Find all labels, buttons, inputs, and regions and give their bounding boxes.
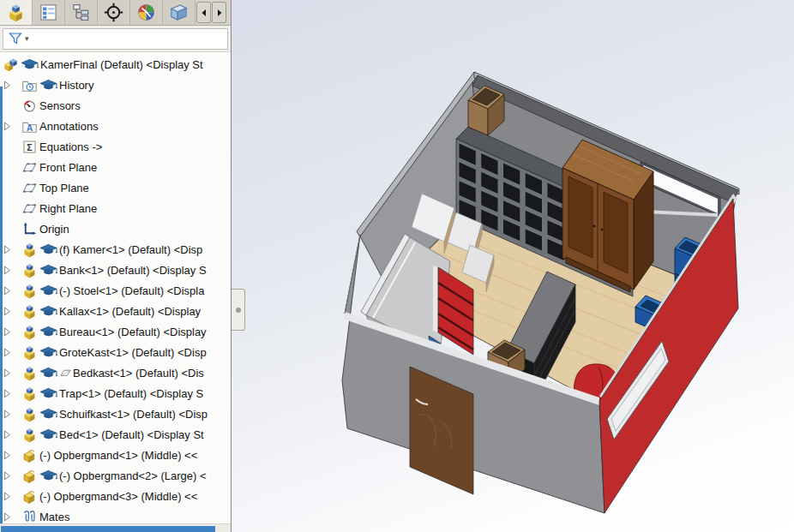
expand-arrow-slot[interactable] [2, 245, 13, 254]
tree-item-opbergmand-1-middle[interactable]: (-) Opbergmand<1> (Middle) << [0, 445, 231, 465]
tree-item-bureau-1-default-display[interactable]: Bureau<1> (Default) <Display [0, 321, 231, 342]
expand-arrow-icon[interactable] [3, 492, 11, 501]
expand-arrow-icon[interactable] [3, 430, 11, 439]
tree-item-label: Right Plane [39, 202, 97, 215]
scroll-tabs-left-button[interactable] [196, 2, 211, 23]
tree-item-sensors[interactable]: Sensors [0, 95, 231, 116]
tree-item-label: KamerFinal (Default) <Display St [40, 58, 203, 71]
tree-item-kamerfinal-default-display-st[interactable]: KamerFinal (Default) <Display St [0, 54, 231, 75]
tree-item-bed-1-default-display-st[interactable]: Bed<1> (Default) <Display St [0, 424, 231, 445]
tree-item-right-plane[interactable]: Right Plane [0, 198, 231, 218]
expand-arrow-icon[interactable] [3, 368, 11, 378]
tree-item-label: Front Plane [39, 161, 97, 174]
sensors-icon [21, 98, 38, 114]
tree-item-grotekast-1-default-disp[interactable]: GroteKast<1> (Default) <Disp [0, 342, 231, 362]
filter-dropdown-caret[interactable]: ▾ [25, 35, 29, 43]
part-icon [21, 427, 38, 443]
expand-arrow-icon[interactable] [3, 389, 11, 398]
featuremanager-panel: ▾ KamerFinal (Default) <Display StHistor… [0, 0, 232, 532]
tree-item-label: Bed<1> (Default) <Display St [59, 428, 204, 441]
expand-arrow-slot[interactable] [2, 389, 13, 398]
tree-filter-input[interactable]: ▾ [3, 28, 228, 50]
arrow-right-icon [214, 8, 225, 18]
tree-item-label: Top Plane [39, 182, 89, 194]
panel-left-scroll-edge[interactable] [0, 87, 3, 523]
arrow-left-icon [199, 8, 209, 18]
expand-arrow-icon[interactable] [3, 451, 11, 460]
configurationmanager-tab[interactable] [65, 0, 98, 25]
graphics-viewport[interactable] [232, 0, 794, 532]
tree-item-bank-1-default-display-s[interactable]: Bank<1> (Default) <Display S [0, 260, 231, 280]
expand-arrow-slot[interactable] [2, 307, 13, 316]
displaymanager-tab[interactable] [130, 0, 163, 25]
tree-item-label: Mates [39, 511, 69, 523]
expand-arrow-slot[interactable] [2, 430, 13, 439]
scroll-tabs-right-button[interactable] [212, 2, 226, 23]
expand-arrow-slot[interactable] [2, 81, 13, 90]
featuremanager-icon [6, 3, 26, 22]
mates-icon [21, 509, 38, 524]
expand-arrow-slot[interactable] [2, 286, 13, 296]
scrollbar-thumb[interactable] [1, 526, 215, 532]
expand-arrow-slot[interactable] [2, 492, 13, 501]
expand-arrow-icon[interactable] [3, 348, 11, 357]
expand-arrow-icon[interactable] [3, 409, 11, 419]
expand-arrow-slot[interactable] [2, 368, 13, 378]
part-icon [21, 242, 38, 258]
expand-arrow-slot[interactable] [2, 409, 13, 419]
expand-arrow-slot[interactable] [2, 451, 13, 460]
tree-item-label: (-) Opbergmand<3> (Middle) << [39, 490, 197, 503]
expand-arrow-icon[interactable] [3, 471, 11, 481]
tree-item-history[interactable]: History [0, 75, 231, 95]
tree-item-label: Schuifkast<1> (Default) <Disp [59, 408, 208, 421]
education-cap-icon [39, 469, 57, 483]
tree-item-stoel-1-default-displa[interactable]: (-) Stoel<1> (Default) <Displa [0, 280, 231, 301]
propertymanager-tab[interactable] [33, 0, 65, 25]
tree-item-origin[interactable]: Origin [0, 218, 231, 239]
tree-item-label: (-) Stoel<1> (Default) <Displa [59, 284, 204, 297]
education-cap-icon [39, 345, 57, 360]
education-cap-icon [39, 242, 57, 257]
tree-item-annotations[interactable]: Annotations [0, 116, 231, 136]
tree-item-equations[interactable]: Equations -> [0, 136, 231, 157]
panel-splitter-handle[interactable] [232, 289, 245, 331]
expand-arrow-slot[interactable] [2, 327, 13, 337]
dimxpertmanager-tab[interactable] [98, 0, 130, 25]
expand-arrow-slot[interactable] [2, 512, 13, 522]
expand-arrow-icon[interactable] [3, 286, 11, 296]
tree-item-trap-1-default-display-s[interactable]: Trap<1> (Default) <Display S [0, 383, 231, 403]
part-icon [21, 386, 38, 402]
expand-arrow-slot[interactable] [2, 266, 13, 275]
featuremanager-design-tree-tab[interactable] [0, 0, 33, 25]
solidworks-window: ▾ KamerFinal (Default) <Display StHistor… [0, 0, 794, 532]
expand-arrow-icon[interactable] [3, 81, 11, 90]
expand-arrow-slot[interactable] [2, 122, 13, 131]
expand-arrow-icon[interactable] [3, 307, 11, 316]
tree-item-f-kamer-1-default-disp[interactable]: (f) Kamer<1> (Default) <Disp [0, 239, 231, 260]
expand-arrow-slot[interactable] [2, 348, 13, 357]
tree-item-label: Bank<1> (Default) <Display S [59, 264, 207, 277]
tree-item-kallax-1-default-display[interactable]: Kallax<1> (Default) <Display [0, 301, 231, 321]
tree-item-mates[interactable]: Mates [0, 506, 231, 523]
tree-item-top-plane[interactable]: Top Plane [0, 177, 231, 198]
tree-item-schuifkast-1-default-disp[interactable]: Schuifkast<1> (Default) <Disp [0, 403, 231, 424]
tree-filter-bar: ▾ [0, 26, 231, 52]
tree-horizontal-scrollbar[interactable] [0, 523, 231, 532]
expand-arrow-slot[interactable] [2, 471, 13, 481]
filter-icon[interactable] [8, 31, 23, 46]
tree-item-front-plane[interactable]: Front Plane [0, 157, 231, 177]
expand-arrow-icon[interactable] [3, 122, 11, 131]
plane-icon [21, 200, 38, 217]
tree-item-label: (-) Opbergmand<1> (Middle) << [39, 449, 197, 462]
expand-arrow-icon[interactable] [3, 266, 11, 275]
configurationmanager-icon [71, 3, 91, 22]
expand-arrow-icon[interactable] [3, 512, 11, 522]
expand-arrow-icon[interactable] [3, 327, 11, 337]
tree-item-label: Sensors [39, 99, 81, 112]
tree-item-opbergmand-3-middle[interactable]: (-) Opbergmand<3> (Middle) << [0, 486, 231, 506]
plane-icon [21, 159, 38, 176]
tree-item-bedkast-1-default-dis[interactable]: Bedkast<1> (Default) <Dis [0, 362, 231, 383]
tree-item-opbergmand-2-large[interactable]: (-) Opbergmand<2> (Large) < [0, 465, 231, 486]
hidden-overflow-tab[interactable] [163, 0, 195, 25]
expand-arrow-icon[interactable] [3, 245, 11, 254]
